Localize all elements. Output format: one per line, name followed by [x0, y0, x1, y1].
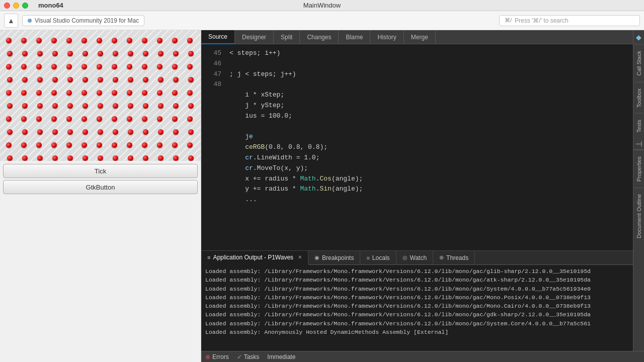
red-dot	[6, 64, 12, 69]
red-dot	[128, 77, 133, 82]
bottom-tab-threads[interactable]: ⊕Threads	[433, 251, 475, 265]
red-dot	[82, 64, 87, 69]
source-tab-source[interactable]: Source	[201, 30, 235, 44]
red-dot	[157, 38, 163, 43]
document-outline-tab[interactable]: Document Outline	[634, 188, 643, 244]
red-dot	[66, 142, 72, 148]
output-area: Loaded assembly: /Library/Frameworks/Mon…	[201, 265, 644, 351]
line-number: 47	[209, 69, 221, 80]
vs-search-bar[interactable]: ⌘/ Press '⌘/' to search	[499, 15, 640, 26]
output-line: Loaded assembly: /Library/Frameworks/Mon…	[205, 319, 640, 328]
red-dot	[36, 116, 42, 122]
gtkbutton-button[interactable]: GtkButton	[3, 180, 198, 194]
properties-tab[interactable]: Properties	[634, 150, 643, 188]
source-tab-history[interactable]: History	[370, 30, 404, 44]
red-dot	[67, 51, 73, 56]
red-dot	[142, 64, 147, 69]
output-line: Loaded assembly: Anonymously Hosted Dyna…	[205, 328, 640, 336]
gtk-window-panel: Tick GtkButton	[0, 30, 201, 362]
tab-label: Breakpoints	[322, 254, 354, 261]
red-dot	[158, 51, 164, 56]
red-dot	[173, 51, 179, 56]
output-line: Loaded assembly: /Library/Frameworks/Mon…	[205, 267, 640, 276]
bottom-tab-locals[interactable]: ≡Locals	[360, 251, 396, 265]
tick-button[interactable]: Tick	[3, 164, 198, 178]
app-menu-title: mono64	[38, 2, 63, 9]
red-dot	[128, 129, 133, 135]
red-dot	[158, 155, 164, 161]
source-tab-designer[interactable]: Designer	[235, 30, 274, 44]
red-dot	[113, 155, 118, 161]
minimize-button[interactable]	[13, 3, 19, 9]
tab-close-icon[interactable]: ✕	[298, 254, 302, 260]
bottom-tab-watch[interactable]: ◎Watch	[396, 251, 434, 265]
immediate-status[interactable]: Immediate	[267, 353, 295, 360]
vs-title-badge[interactable]: Visual Studio Community 2019 for Mac	[22, 15, 144, 26]
right-panel: SourceDesignerSplitChangesBlameHistoryMe…	[201, 30, 644, 362]
red-dot	[36, 90, 42, 96]
bottom-tab-application-output---p1waves[interactable]: ≡Application Output - P1Waves✕	[201, 251, 308, 265]
toolbox-tab[interactable]: Toolbox	[634, 82, 643, 114]
diamond-icon: ◆	[636, 33, 641, 41]
red-dot	[172, 116, 178, 122]
red-dot	[97, 90, 102, 96]
red-dot	[36, 142, 42, 148]
red-dot	[173, 103, 179, 109]
red-dot	[52, 77, 58, 82]
bottom-tab-breakpoints[interactable]: ◉Breakpoints	[308, 251, 360, 265]
output-line: Loaded assembly: /Library/Frameworks/Mon…	[205, 285, 640, 293]
red-dot	[173, 129, 179, 135]
tasks-status[interactable]: ✓ Tasks	[237, 353, 260, 360]
red-dot	[83, 77, 88, 82]
callstack-tab[interactable]: Call Stack	[634, 44, 643, 82]
close-button[interactable]	[4, 3, 10, 9]
red-dot	[143, 77, 148, 82]
up-button[interactable]: ▲	[4, 14, 18, 28]
red-dot	[22, 155, 28, 161]
red-dot	[97, 38, 102, 43]
code-line: y += radius * Math.Sin(angle);	[229, 184, 636, 195]
red-dot	[113, 129, 118, 135]
code-line: ceRGB(0.8, 0.8, 0.8);	[229, 142, 636, 153]
bottom-tabs: ≡Application Output - P1Waves✕◉Breakpoin…	[201, 251, 644, 265]
maximize-button[interactable]	[22, 3, 28, 9]
tests-tab[interactable]: Tests	[634, 113, 643, 139]
sidebar-expand-icon[interactable]: ⊣	[633, 139, 645, 150]
red-dot	[128, 51, 133, 56]
red-dot	[21, 38, 27, 43]
red-dot	[158, 77, 164, 82]
red-dot	[83, 51, 88, 56]
output-line: Loaded assembly: /Library/Frameworks/Mon…	[205, 293, 640, 302]
source-tab-merge[interactable]: Merge	[404, 30, 436, 44]
immediate-label: Immediate	[267, 353, 295, 360]
red-dot	[6, 142, 12, 148]
source-tab-blame[interactable]: Blame	[339, 30, 370, 44]
code-line: i * xStep;	[229, 90, 636, 101]
red-dot	[98, 51, 103, 56]
search-placeholder: Press '⌘/' to search	[515, 17, 569, 24]
source-tab-split[interactable]: Split	[274, 30, 300, 44]
gtk-buttons-area: Tick GtkButton	[0, 161, 201, 197]
red-dot	[128, 103, 133, 109]
red-dot	[83, 103, 88, 109]
red-dot	[67, 77, 73, 82]
red-dot	[51, 38, 57, 43]
red-dot	[83, 155, 88, 161]
red-dot	[113, 103, 118, 109]
red-dot	[143, 103, 148, 109]
line-number: 45	[209, 48, 221, 59]
red-dot	[128, 155, 133, 161]
red-dot	[37, 155, 43, 161]
red-dot	[21, 64, 27, 69]
red-dot	[143, 51, 148, 56]
vs-toolbar: ▲ Visual Studio Community 2019 for Mac ⌘…	[0, 11, 644, 30]
source-tab-changes[interactable]: Changes	[300, 30, 339, 44]
red-dot	[157, 116, 163, 122]
red-dot	[188, 129, 194, 135]
red-dot	[127, 38, 132, 43]
code-line	[229, 122, 636, 132]
errors-status[interactable]: ⊗ Errors	[205, 353, 229, 360]
red-dot	[142, 142, 147, 148]
red-dot	[21, 116, 27, 122]
errors-label: Errors	[212, 353, 229, 360]
